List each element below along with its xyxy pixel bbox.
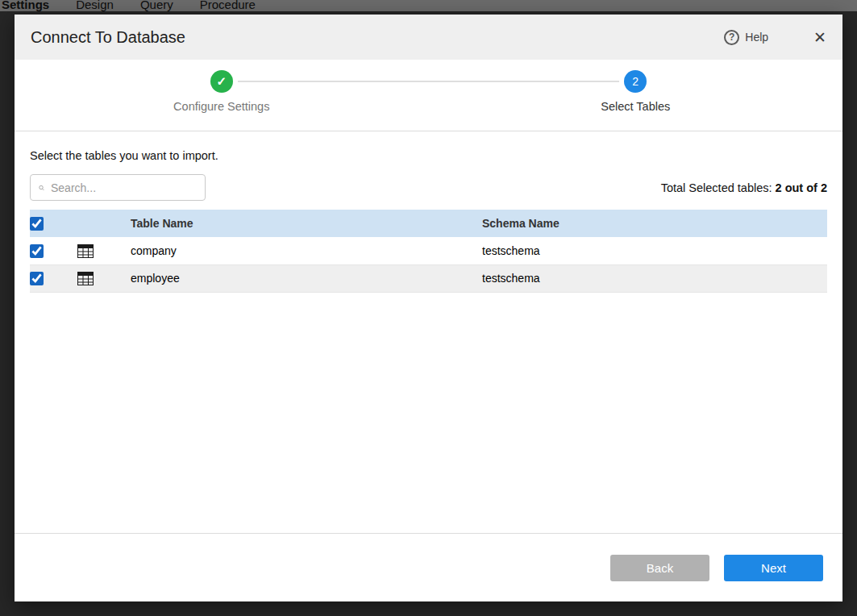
schema-name-cell: testschema [482,264,827,292]
dialog-title: Connect To Database [31,28,724,47]
search-icon [39,182,44,194]
row-checkbox[interactable] [30,272,44,285]
table-row[interactable]: company testschema [30,237,827,264]
next-button[interactable]: Next [724,555,823,581]
row-checkbox[interactable] [30,244,44,258]
step-configure-settings: ✓ Configure Settings [15,60,429,131]
select-all-checkbox[interactable] [30,217,44,231]
column-header-table-name: Table Name [131,210,482,237]
back-button[interactable]: Back [610,555,709,581]
selection-summary: Total Selected tables: 2 out of 2 [661,181,827,194]
table-header-row: Table Name Schema Name [30,210,827,237]
search-input[interactable] [51,181,197,194]
schema-name-cell: testschema [482,237,827,264]
table-row[interactable]: employee testschema [30,264,827,292]
table-icon [77,244,94,258]
stepper-connector-line [238,81,620,82]
dialog-body: Select the tables you want to import. To… [15,131,842,533]
connect-to-database-dialog: Connect To Database ? Help ✕ ✓ Configure… [15,15,842,601]
help-button[interactable]: ? Help [724,30,768,45]
step-select-tables: 2 Select Tables [429,60,843,131]
step-configure-settings-label: Configure Settings [173,100,269,113]
step-complete-check-icon: ✓ [210,70,233,93]
column-header-schema-name: Schema Name [482,210,827,237]
selection-summary-label: Total Selected tables: [661,181,772,194]
table-icon [77,272,94,285]
wizard-stepper: ✓ Configure Settings 2 Select Tables [15,60,842,131]
close-icon[interactable]: ✕ [813,30,826,45]
background-tab-query: Query [140,0,173,10]
table-name-cell: company [131,237,482,264]
help-label: Help [745,31,768,44]
help-icon: ? [724,30,739,45]
background-tab-design: Design [76,0,114,10]
step-number-badge: 2 [624,70,647,93]
table-toolbar: Total Selected tables: 2 out of 2 [30,174,827,201]
dialog-footer: Back Next [15,533,842,601]
instruction-text: Select the tables you want to import. [30,149,827,162]
selection-summary-value: 2 out of 2 [776,181,827,194]
background-tab-bar: Settings Design Query Procedure [0,0,857,11]
background-tab-settings: Settings [2,0,49,10]
table-name-cell: employee [131,264,482,292]
background-tab-procedure: Procedure [200,0,256,10]
dialog-header: Connect To Database ? Help ✕ [15,15,842,60]
step-select-tables-label: Select Tables [601,100,670,113]
search-box[interactable] [30,174,206,201]
tables-list: Table Name Schema Name [30,210,827,293]
